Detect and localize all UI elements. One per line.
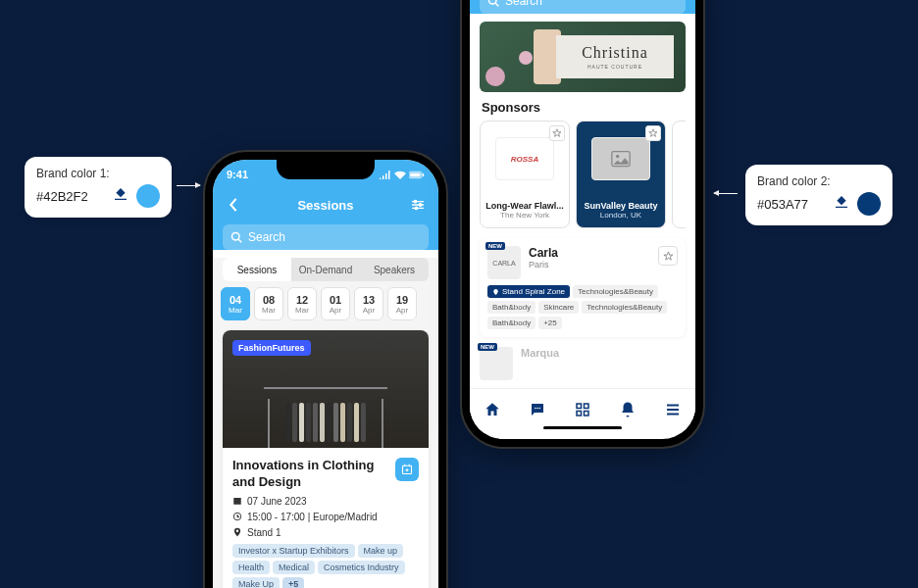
paint-bucket-icon[interactable] (834, 194, 849, 214)
wifi-icon (394, 171, 406, 179)
filter-icon[interactable] (409, 199, 427, 211)
tag[interactable]: Medical (273, 561, 315, 574)
tag[interactable]: Skincare (538, 301, 579, 314)
search-icon (487, 0, 499, 7)
arrow-icon (177, 185, 200, 186)
svg-rect-19 (577, 411, 582, 416)
sponsors-heading: Sponsors (482, 100, 684, 115)
hero-banner[interactable]: Christina HAUTE COUTURE (480, 22, 686, 92)
pin-icon (492, 288, 499, 296)
svg-rect-2 (423, 172, 425, 175)
tab-home-icon[interactable] (484, 401, 501, 422)
tag[interactable]: Make up (358, 544, 404, 558)
svg-point-6 (232, 233, 240, 241)
exhibitor-tags: Stand Spiral Zone Technologies&Beauty Ba… (487, 285, 678, 329)
svg-rect-20 (585, 411, 589, 416)
header-bar: Sessions (213, 189, 438, 220)
sponsor-card[interactable]: Sl (672, 121, 686, 228)
svg-point-14 (535, 407, 536, 409)
svg-rect-1 (410, 172, 420, 176)
svg-point-15 (536, 407, 538, 409)
svg-point-16 (539, 407, 541, 409)
tag[interactable]: Bath&body (487, 317, 536, 329)
paint-bucket-icon[interactable] (113, 186, 128, 206)
svg-point-3 (414, 200, 417, 203)
svg-point-13 (616, 155, 619, 158)
exhibitor-logo: NEW CARLA (487, 246, 521, 279)
tab-speakers[interactable]: Speakers (360, 258, 429, 281)
tag[interactable]: Bath&body (487, 301, 536, 314)
session-card[interactable]: FashionFutures Innovations in Clothing a… (223, 330, 429, 588)
brand-1-hex: #42B2F2 (36, 189, 105, 204)
brand-1-swatch (136, 184, 160, 208)
sponsor-logo: ROSSA (495, 137, 554, 180)
exhibitor-card[interactable]: NEW Marqua (480, 347, 686, 380)
brand-1-label: Brand color 1: (36, 167, 160, 180)
clock-icon (232, 512, 242, 521)
tab-menu-icon[interactable] (664, 401, 682, 422)
brand-color-2-card: Brand color 2: #053A77 (745, 165, 892, 225)
exhibitor-location: Paris (529, 260, 558, 270)
date-chip[interactable]: 01Apr (321, 287, 350, 320)
date-chip[interactable]: 12Mar (287, 287, 317, 320)
tab-bar (470, 388, 695, 433)
search-placeholder: Search (248, 230, 285, 244)
tag[interactable]: Technologies&Beauty (582, 301, 667, 314)
phone-mockup-1: 9:41 Sessions Search (205, 152, 446, 588)
session-image: FashionFutures (223, 330, 429, 448)
hero-subtitle: HAUTE COUTURE (587, 64, 642, 70)
search-input[interactable]: Search (480, 0, 686, 14)
date-chip[interactable]: 04Mar (221, 287, 250, 320)
exhibitor-name: Marqua (521, 347, 559, 359)
svg-rect-17 (577, 404, 582, 409)
tag[interactable]: Health (232, 561, 270, 574)
tag[interactable]: Make Up (232, 577, 280, 588)
hero-brand: Christina (582, 44, 648, 62)
date-chip[interactable]: 19Apr (387, 287, 417, 320)
tag[interactable]: Investor x Startup Exhibitors (232, 544, 355, 558)
favorite-button[interactable] (645, 125, 661, 141)
date-picker: 04Mar 08Mar 12Mar 01Apr 13Apr 19Apr (221, 287, 431, 320)
svg-rect-18 (585, 404, 589, 409)
new-badge: NEW (485, 242, 505, 250)
tag[interactable]: Cosmetics Industry (318, 561, 405, 574)
tag[interactable]: Technologies&Beauty (573, 285, 658, 298)
svg-point-10 (236, 530, 239, 533)
date-chip[interactable]: 13Apr (354, 287, 383, 320)
tab-on-demand[interactable]: On-Demand (291, 258, 360, 281)
favorite-button[interactable] (549, 125, 565, 141)
session-title: Innovations in Clothing and Design (232, 458, 382, 491)
stand-pill[interactable]: Stand Spiral Zone (487, 285, 570, 298)
tab-sessions[interactable]: Sessions (223, 258, 291, 281)
exhibitor-name: Carla (529, 246, 558, 260)
home-indicator (543, 426, 622, 429)
sponsor-card[interactable]: SunValley Beauty London, UK (576, 121, 666, 228)
tab-notifications-icon[interactable] (619, 401, 637, 422)
arrow-icon (714, 193, 738, 194)
tag-more[interactable]: +5 (282, 577, 304, 588)
back-icon[interactable] (225, 198, 242, 212)
pin-icon (232, 527, 242, 537)
phone-mockup-2: Search Christina HAUTE COUTURE Sponsors … (462, 0, 703, 447)
add-to-calendar-button[interactable] (395, 458, 419, 481)
search-input[interactable]: Search (223, 224, 429, 250)
tab-chat-icon[interactable] (529, 401, 546, 422)
brand-color-1-card: Brand color 1: #42B2F2 (25, 157, 172, 218)
tag-more[interactable]: +25 (538, 317, 562, 329)
image-placeholder-icon (611, 150, 631, 168)
exhibitor-card[interactable]: NEW CARLA Carla Paris Stand Spiral Zone (480, 238, 686, 337)
svg-point-11 (489, 0, 497, 4)
sponsor-card[interactable]: ROSSA Long-Wear Flawl... The New York (480, 121, 570, 228)
tab-qr-icon[interactable] (574, 401, 591, 422)
brand-2-swatch (857, 192, 881, 216)
search-icon (230, 231, 242, 243)
session-time-row: 15:00 - 17:00 | Europe/Madrid (232, 512, 419, 522)
sponsor-logo (591, 137, 650, 180)
header-title: Sessions (242, 198, 409, 213)
new-badge: NEW (478, 343, 497, 351)
sponsor-list[interactable]: ROSSA Long-Wear Flawl... The New York Su… (480, 121, 686, 228)
favorite-button[interactable] (658, 246, 678, 266)
date-chip[interactable]: 08Mar (254, 287, 283, 320)
svg-point-5 (415, 207, 418, 210)
tag-list: Investor x Startup Exhibitors Make up He… (232, 544, 419, 588)
